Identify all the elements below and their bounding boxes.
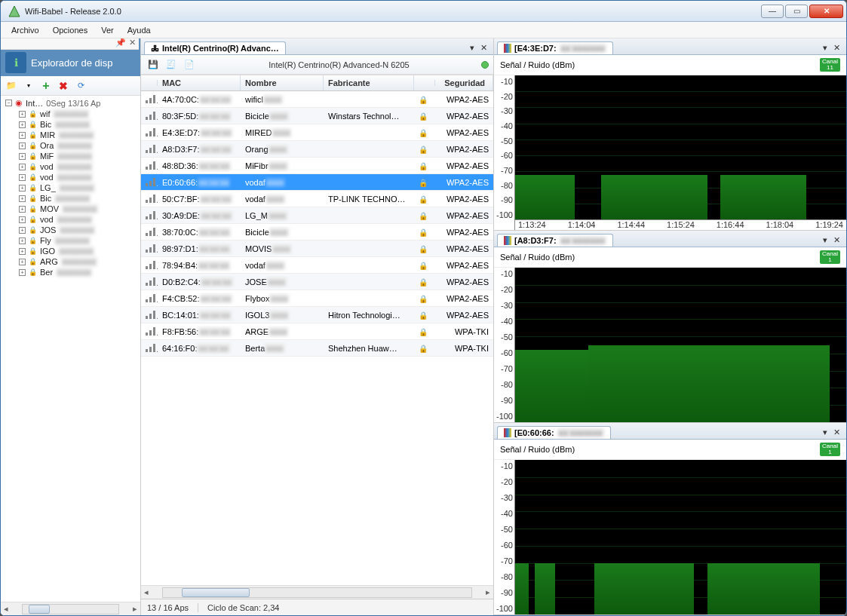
refresh-icon[interactable]: ⟳	[73, 78, 88, 93]
graph-tab[interactable]: [A8:D3:F7:xx xxxxxxx	[497, 234, 613, 247]
menu-view[interactable]: Ver	[95, 23, 120, 37]
table-row[interactable]: A8:D3:F7:xx:xx:xxOrangxxxx🔒WPA2-AES	[141, 141, 493, 158]
tab-adapter[interactable]: 🖧 Intel(R) Centrino(R) Advanc…	[144, 41, 286, 54]
tree-item[interactable]: +🔒MiFxxxxxxxx	[4, 151, 139, 161]
cell-name: Bertaxxxx	[241, 342, 324, 354]
expand-icon[interactable]: +	[19, 238, 26, 244]
table-header[interactable]: MAC Nombre Fabricante Seguridad	[141, 75, 493, 91]
expand-icon[interactable]: +	[19, 174, 26, 181]
tab-close-icon[interactable]: ✕	[830, 426, 843, 439]
tree-item[interactable]: +🔒MIRxxxxxxxx	[4, 130, 139, 140]
expand-icon[interactable]: +	[19, 248, 26, 255]
folder-icon[interactable]: 📁	[4, 78, 19, 93]
expand-icon[interactable]: +	[19, 185, 26, 192]
device-tree[interactable]: − ◉ Int… 0Seg 13/16 Ap +🔒wifxxxxxxxx+🔒Bi…	[1, 96, 140, 602]
table-row[interactable]: 80:3F:5D:xx:xx:xxBiciclexxxxWinstars Tec…	[141, 108, 493, 124]
tree-root[interactable]: − ◉ Int… 0Seg 13/16 Ap	[4, 97, 139, 109]
dropdown-icon[interactable]: ▾	[21, 78, 36, 93]
menu-help[interactable]: Ayuda	[121, 23, 157, 37]
table-row[interactable]: 4A:70:0C:xx:xx:xxwificlxxxx🔒WPA2-AES	[141, 91, 493, 108]
tree-item[interactable]: +🔒JOSxxxxxxxx	[4, 225, 139, 235]
table-row[interactable]: D0:B2:C4:xx:xx:xxJOSExxxx🔒WPA2-AES	[141, 274, 493, 290]
tree-item[interactable]: +🔒wifxxxxxxxx	[4, 109, 139, 119]
add-icon[interactable]: +	[38, 78, 54, 93]
expand-icon[interactable]: +	[19, 153, 26, 160]
tab-menu-icon[interactable]: ▾	[820, 41, 830, 54]
table-row[interactable]: 98:97:D1:xx:xx:xxMOVISxxxx🔒WPA2-AES	[141, 241, 493, 257]
minimize-button[interactable]: —	[761, 5, 784, 18]
scroll-right-icon[interactable]: ▸	[130, 604, 140, 614]
table-scroll[interactable]: ◂ ▸	[141, 585, 493, 599]
title-bar[interactable]: Wifi-Babel - Release 2.0.0 — ▭ ✕	[1, 1, 846, 22]
tree-item[interactable]: +🔒IGOxxxxxxxx	[4, 246, 139, 256]
expand-icon[interactable]: +	[19, 111, 26, 118]
scroll-thumb[interactable]	[29, 605, 50, 614]
tree-item[interactable]: +🔒MOVxxxxxxxx	[4, 204, 139, 214]
table-row[interactable]: 64:16:F0:xx:xx:xxBertaxxxxShehzhen Huaw……	[141, 340, 493, 357]
table-row[interactable]: 50:C7:BF:xx:xx:xxvodafxxxxTP-LINK TECHNO…	[141, 191, 493, 207]
expand-icon[interactable]: +	[19, 227, 26, 234]
cell-manuf	[324, 297, 414, 300]
expand-icon[interactable]: +	[19, 269, 26, 276]
tab-menu-icon[interactable]: ▾	[467, 41, 477, 54]
table-row[interactable]: 38:70:0C:xx:xx:xxBiciclexxxx🔒WPA2-AES	[141, 224, 493, 241]
center-tabs: 🖧 Intel(R) Centrino(R) Advanc… ▾ ✕	[141, 38, 493, 55]
table-row[interactable]: F4:CB:52:xx:xx:xxFlyboxxxxx🔒WPA2-AES	[141, 290, 493, 307]
col-manuf[interactable]: Fabricante	[324, 75, 414, 90]
save-icon[interactable]: 💾	[146, 57, 161, 72]
tree-item[interactable]: +🔒LG_xxxxxxxx	[4, 182, 139, 193]
sidebar-scroll[interactable]: ◂ ▸	[1, 602, 140, 615]
tab-close-icon[interactable]: ✕	[477, 41, 490, 54]
tree-item[interactable]: +🔒Berxxxxxxxx	[4, 267, 139, 277]
tree-item[interactable]: +🔒vodxxxxxxxx	[4, 161, 139, 172]
tree-item[interactable]: +🔒Bicxxxxxxxx	[4, 119, 139, 130]
expand-icon[interactable]: +	[19, 132, 26, 139]
cell-manuf	[324, 247, 414, 250]
scroll-left-icon[interactable]: ◂	[141, 587, 152, 597]
table-row[interactable]: 48:8D:36:xx:xx:xxMiFibrxxxx🔒WPA2-AES	[141, 158, 493, 174]
scroll-left-icon[interactable]: ◂	[1, 604, 11, 614]
list-icon[interactable]: 📄	[182, 57, 197, 72]
tab-close-icon[interactable]: ✕	[830, 234, 843, 247]
col-name[interactable]: Nombre	[241, 75, 324, 90]
col-sec[interactable]: Seguridad	[435, 75, 493, 90]
export-icon[interactable]: 🧾	[164, 57, 179, 72]
tree-item[interactable]: +🔒Bicxxxxxxxx	[4, 193, 139, 204]
tree-item[interactable]: +🔒ARGxxxxxxxx	[4, 256, 139, 267]
cell-sec: WPA2-AES	[435, 243, 493, 255]
table-row[interactable]: 78:94:B4:xx:xx:xxvodafxxxx🔒WPA2-AES	[141, 257, 493, 274]
expand-icon[interactable]: +	[19, 259, 26, 265]
expand-icon[interactable]: +	[19, 216, 26, 223]
collapse-icon[interactable]: −	[5, 100, 12, 106]
table-row[interactable]: E4:3E:D7:xx:xx:xxMIREDxxxx🔒WPA2-AES	[141, 124, 493, 141]
pin-icon[interactable]: 📌	[115, 38, 126, 49]
table-row[interactable]: E0:60:66:xx:xx:xxvodafxxxx🔒WPA2-AES	[141, 174, 493, 191]
col-mac[interactable]: MAC	[158, 75, 241, 90]
tab-menu-icon[interactable]: ▾	[820, 426, 830, 439]
tab-menu-icon[interactable]: ▾	[820, 234, 830, 247]
tree-item[interactable]: +🔒vodxxxxxxxx	[4, 172, 139, 182]
sidebar-close-icon[interactable]: ✕	[129, 38, 136, 49]
close-button[interactable]: ✕	[809, 5, 843, 18]
tree-item[interactable]: +🔒Oraxxxxxxxx	[4, 140, 139, 151]
expand-icon[interactable]: +	[19, 121, 26, 128]
graph-tab[interactable]: [E4:3E:D7:xx xxxxxxx	[497, 41, 613, 54]
maximize-button[interactable]: ▭	[785, 5, 808, 18]
table-row[interactable]: F8:FB:56:xx:xx:xxARGExxxx🔒WPA-TKI	[141, 323, 493, 340]
tree-item[interactable]: +🔒Flyxxxxxxxx	[4, 235, 139, 246]
scroll-right-icon[interactable]: ▸	[483, 587, 493, 597]
menu-options[interactable]: Opciones	[47, 23, 94, 37]
table-row[interactable]: 30:A9:DE:xx:xx:xxLG_Mxxxx🔒WPA2-AES	[141, 207, 493, 224]
expand-icon[interactable]: +	[19, 206, 26, 213]
tab-close-icon[interactable]: ✕	[830, 41, 843, 54]
graph-tab[interactable]: [E0:60:66:xx xxxxxxx	[497, 426, 611, 439]
networks-table[interactable]: MAC Nombre Fabricante Seguridad 4A:70:0C…	[141, 75, 493, 585]
expand-icon[interactable]: +	[19, 143, 26, 149]
expand-icon[interactable]: +	[19, 164, 26, 170]
scroll-thumb[interactable]	[182, 588, 250, 597]
tree-item[interactable]: +🔒vodxxxxxxxx	[4, 214, 139, 225]
delete-icon[interactable]: ✖	[56, 78, 71, 93]
expand-icon[interactable]: +	[19, 195, 26, 202]
table-row[interactable]: BC:14:01:xx:xx:xxIGOL3xxxxHitron Technol…	[141, 307, 493, 323]
menu-file[interactable]: Archivo	[5, 23, 45, 37]
